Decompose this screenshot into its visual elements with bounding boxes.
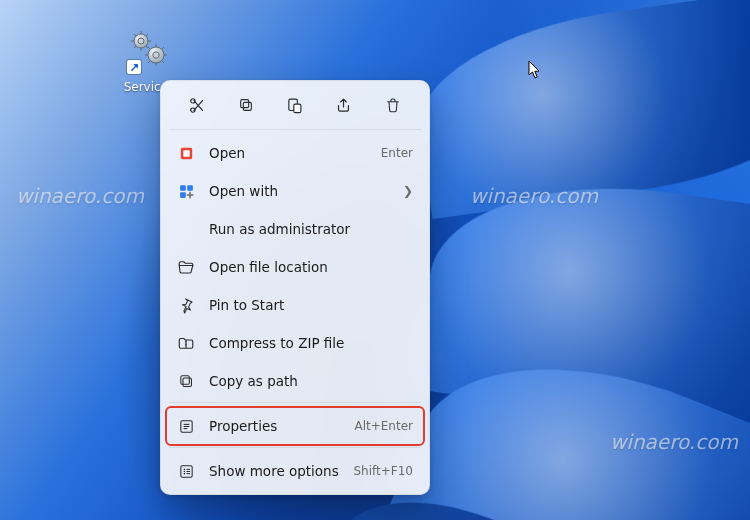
- windows-desktop[interactable]: winaero.com winaero.com winaero.com: [0, 0, 750, 520]
- cut-button[interactable]: [179, 91, 215, 119]
- svg-line-17: [162, 61, 164, 63]
- properties-icon: [177, 417, 195, 435]
- menu-item-accelerator: Shift+F10: [353, 464, 413, 478]
- chevron-right-icon: ❯: [403, 184, 413, 198]
- menu-item-label: Open file location: [209, 259, 413, 275]
- blank-icon: [177, 220, 195, 238]
- svg-line-16: [148, 47, 150, 49]
- menu-item-label: Open: [209, 145, 367, 161]
- svg-line-18: [162, 47, 164, 49]
- menu-item-pin-to-start[interactable]: Pin to Start: [167, 286, 423, 324]
- menu-item-compress-zip[interactable]: Compress to ZIP file: [167, 324, 423, 362]
- menu-item-open[interactable]: Open Enter: [167, 134, 423, 172]
- share-button[interactable]: [326, 91, 362, 119]
- menu-item-label: Properties: [209, 418, 340, 434]
- svg-rect-27: [183, 150, 189, 156]
- watermark-text: winaero.com: [16, 184, 144, 208]
- menu-item-label: Copy as path: [209, 373, 413, 389]
- pin-icon: [177, 296, 195, 314]
- svg-rect-29: [187, 185, 193, 191]
- svg-point-39: [183, 470, 185, 472]
- svg-rect-28: [180, 185, 186, 191]
- menu-item-label: Pin to Start: [209, 297, 413, 313]
- svg-rect-31: [182, 377, 191, 386]
- more-options-icon: [177, 462, 195, 480]
- menu-item-label: Open with: [209, 183, 389, 199]
- menu-item-label: Compress to ZIP file: [209, 335, 413, 351]
- folder-open-icon: [177, 258, 195, 276]
- svg-line-7: [146, 46, 148, 48]
- svg-point-40: [183, 472, 185, 474]
- menu-separator: [169, 129, 421, 130]
- shortcut-arrow-icon: [127, 60, 141, 74]
- svg-line-8: [146, 34, 148, 36]
- svg-point-11: [153, 52, 159, 58]
- delete-button[interactable]: [375, 91, 411, 119]
- context-menu-toolbar: [167, 87, 423, 127]
- copy-icon: [238, 97, 254, 113]
- svg-rect-30: [180, 192, 186, 198]
- menu-item-copy-as-path[interactable]: Copy as path: [167, 362, 423, 400]
- menu-item-show-more-options[interactable]: Show more options Shift+F10: [167, 452, 423, 490]
- zip-icon: [177, 334, 195, 352]
- svg-line-6: [134, 34, 136, 36]
- menu-item-open-with[interactable]: Open with ❯: [167, 172, 423, 210]
- open-icon: [177, 144, 195, 162]
- menu-item-label: Show more options: [209, 463, 339, 479]
- menu-item-properties[interactable]: Properties Alt+Enter: [167, 407, 423, 445]
- trash-icon: [385, 97, 401, 113]
- svg-rect-32: [180, 375, 189, 384]
- wallpaper-petal: [407, 0, 750, 219]
- paste-button[interactable]: [277, 91, 313, 119]
- menu-separator: [169, 447, 421, 448]
- menu-separator: [169, 402, 421, 403]
- svg-point-1: [138, 38, 144, 44]
- menu-item-accelerator: Alt+Enter: [354, 419, 413, 433]
- paste-icon: [286, 97, 303, 114]
- svg-rect-22: [244, 102, 252, 110]
- svg-line-9: [134, 46, 136, 48]
- svg-rect-23: [241, 100, 249, 108]
- svg-rect-25: [294, 104, 301, 113]
- context-menu: Open Enter Open with ❯ Run as administra…: [160, 80, 430, 495]
- svg-point-38: [183, 468, 185, 470]
- svg-line-19: [148, 61, 150, 63]
- copy-button[interactable]: [228, 91, 264, 119]
- open-with-icon: [177, 182, 195, 200]
- menu-item-open-file-location[interactable]: Open file location: [167, 248, 423, 286]
- menu-item-run-as-admin[interactable]: Run as administrator: [167, 210, 423, 248]
- menu-item-label: Run as administrator: [209, 221, 413, 237]
- share-icon: [335, 97, 352, 114]
- scissors-icon: [189, 97, 206, 114]
- copy-path-icon: [177, 372, 195, 390]
- menu-item-accelerator: Enter: [381, 146, 413, 160]
- services-icon: [125, 28, 173, 76]
